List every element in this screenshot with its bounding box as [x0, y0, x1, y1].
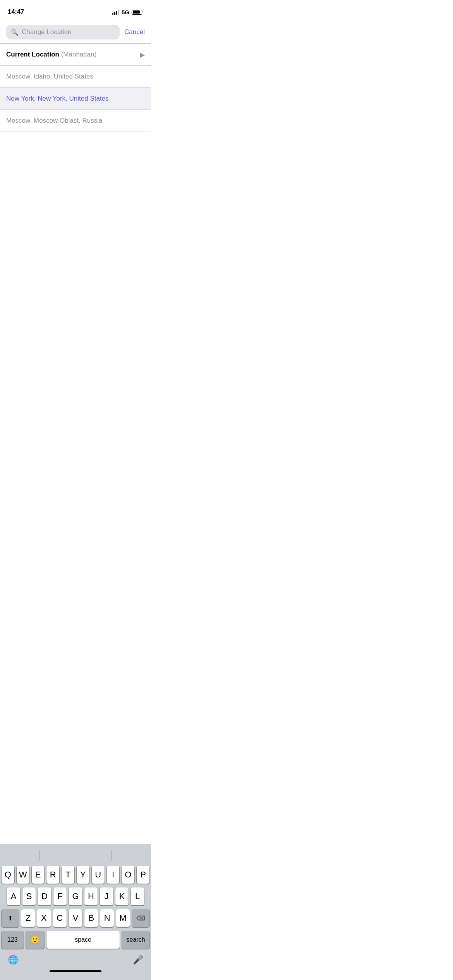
location-arrow-icon: ▶	[140, 51, 145, 58]
search-bar[interactable]: 🔍	[6, 25, 120, 39]
status-bar: 14:47 5G	[0, 0, 151, 21]
list-item[interactable]: Current Location (Manhattan) ▶	[0, 44, 151, 65]
cancel-button[interactable]: Cancel	[124, 28, 145, 36]
status-icons: 5G	[112, 9, 143, 15]
network-type: 5G	[122, 9, 129, 15]
list-item[interactable]: New York, New York, United States	[0, 88, 151, 110]
search-icon: 🔍	[11, 29, 19, 36]
search-input[interactable]	[22, 28, 115, 36]
search-container: 🔍 Cancel	[0, 21, 151, 43]
location-label: Moscow, Idaho, United States	[6, 73, 93, 81]
battery-icon	[132, 10, 143, 15]
list-item[interactable]: Moscow, Idaho, United States	[0, 66, 151, 87]
status-time: 14:47	[8, 8, 24, 16]
list-item[interactable]: Moscow, Moscow Oblast, Russia	[0, 110, 151, 132]
location-label: New York, New York, United States	[6, 95, 109, 103]
location-label: Moscow, Moscow Oblast, Russia	[6, 117, 102, 125]
signal-icon	[112, 9, 119, 15]
location-list: Current Location (Manhattan) ▶ Moscow, I…	[0, 44, 151, 132]
divider-4	[0, 132, 151, 132]
current-location-label: Current Location (Manhattan)	[6, 51, 96, 58]
